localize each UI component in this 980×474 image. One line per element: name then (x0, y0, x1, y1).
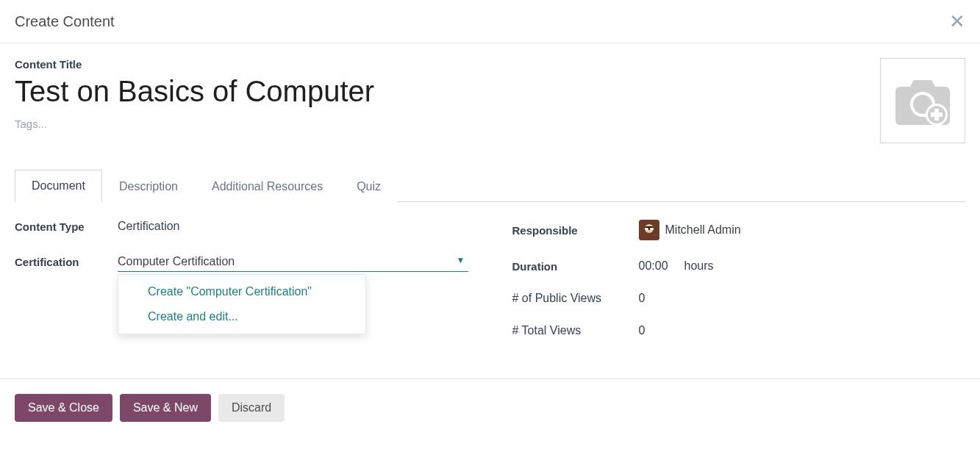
modal-title: Create Content (15, 13, 115, 30)
avatar (639, 220, 659, 240)
content-type-row: Content Type Certification (15, 220, 468, 233)
tags-input[interactable]: Tags... (15, 118, 880, 130)
certification-label: Certification (15, 256, 118, 268)
svg-rect-10 (650, 228, 654, 230)
total-views-row: # Total Views 0 (512, 324, 966, 337)
svg-rect-5 (931, 112, 943, 117)
modal-footer: Save & Close Save & New Discard (0, 378, 980, 437)
save-new-button[interactable]: Save & New (120, 394, 211, 422)
tab-additional-resources[interactable]: Additional Resources (195, 170, 340, 202)
close-icon: ✕ (949, 10, 965, 32)
avatar-icon (639, 220, 659, 240)
certification-row: Certification ▼ Create "Computer Certifi… (15, 252, 468, 272)
content-type-value[interactable]: Certification (118, 220, 179, 233)
tab-document[interactable]: Document (15, 170, 102, 202)
total-views-value: 0 (639, 324, 645, 337)
duration-value[interactable]: 00:00 (639, 259, 668, 273)
modal-body: Content Title Test on Basics of Computer… (0, 43, 980, 371)
close-button[interactable]: ✕ (949, 12, 965, 31)
duration-unit: hours (684, 259, 714, 273)
top-row: Content Title Test on Basics of Computer… (15, 58, 965, 143)
public-views-value: 0 (639, 292, 645, 305)
public-views-row: # of Public Views 0 (512, 292, 966, 305)
certification-dropdown: Create "Computer Certification" Create a… (118, 274, 366, 334)
dropdown-create[interactable]: Create "Computer Certification" (118, 279, 365, 304)
certification-input[interactable] (118, 252, 468, 272)
responsible-row: Responsible Mitchell Admin (512, 220, 966, 240)
dropdown-create-edit[interactable]: Create and edit... (118, 304, 365, 329)
responsible-label: Responsible (512, 224, 639, 237)
duration-label: Duration (512, 260, 639, 273)
form-grid: Content Type Certification Certification… (15, 202, 965, 356)
image-upload[interactable] (880, 58, 965, 143)
tab-quiz[interactable]: Quiz (340, 170, 398, 202)
content-title-label: Content Title (15, 58, 880, 71)
left-column: Content Type Certification Certification… (15, 220, 468, 356)
discard-button[interactable]: Discard (218, 394, 285, 422)
content-type-label: Content Type (15, 220, 118, 233)
duration-row: Duration 00:00 hours (512, 259, 966, 273)
responsible-value: Mitchell Admin (665, 223, 741, 237)
certification-input-wrap: ▼ Create "Computer Certification" Create… (118, 252, 468, 272)
title-block: Content Title Test on Basics of Computer… (15, 58, 880, 130)
modal-header: Create Content ✕ (0, 0, 980, 43)
save-close-button[interactable]: Save & Close (15, 394, 112, 422)
tabs: Document Description Additional Resource… (15, 170, 965, 202)
content-title-value[interactable]: Test on Basics of Computer (15, 73, 880, 109)
tab-description[interactable]: Description (102, 170, 195, 202)
right-column: Responsible Mitchell Admin (512, 220, 966, 356)
svg-rect-9 (645, 228, 648, 230)
public-views-label: # of Public Views (512, 292, 639, 305)
camera-add-icon (893, 75, 953, 126)
responsible-value-wrap[interactable]: Mitchell Admin (639, 220, 741, 240)
total-views-label: # Total Views (512, 324, 639, 337)
